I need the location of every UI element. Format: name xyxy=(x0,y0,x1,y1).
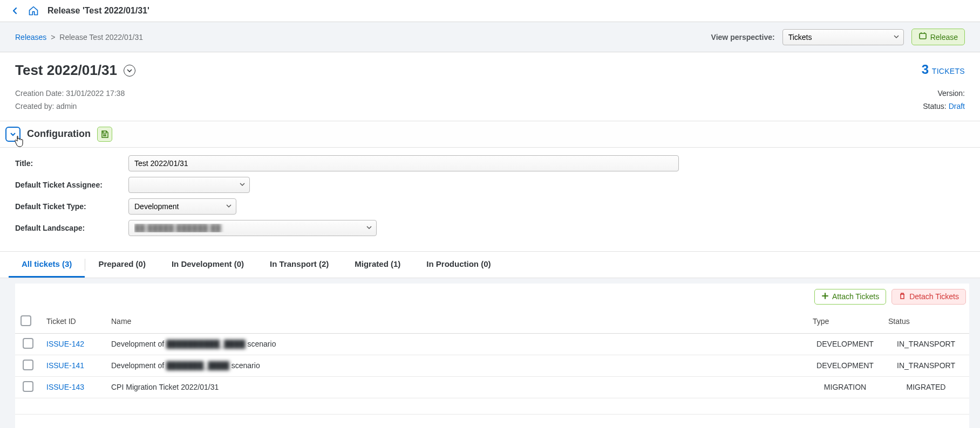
assignee-field-label: Default Ticket Assignee: xyxy=(15,181,128,189)
top-bar: Release 'Test 2022/01/31' xyxy=(0,0,980,22)
version-label: Version: xyxy=(923,87,965,100)
tab-migrated[interactable]: Migrated (1) xyxy=(342,252,413,278)
created-by-label: Created by: xyxy=(15,102,54,111)
ticket-type-cell: DEVELOPMENT xyxy=(807,333,883,355)
save-icon xyxy=(100,130,109,139)
created-by-value: admin xyxy=(56,102,77,111)
configuration-form: Title: Default Ticket Assignee: Default … xyxy=(0,148,980,252)
tab-in-transport[interactable]: In Transport (2) xyxy=(257,252,342,278)
ticket-name-cell: Development of ██████████_████ scenario xyxy=(106,333,807,355)
ticket-id-link[interactable]: ISSUE-143 xyxy=(46,383,84,391)
breadcrumb-sep: > xyxy=(49,33,57,42)
attach-tickets-button[interactable]: Attach Tickets xyxy=(814,289,886,305)
release-button[interactable]: Release xyxy=(911,29,965,45)
table-area: Attach Tickets Detach Tickets Ticket ID … xyxy=(0,278,980,428)
breadcrumb: Releases > Release Test 2022/01/31 xyxy=(15,33,143,42)
top-right-actions: View perspective: Tickets Release xyxy=(711,29,965,45)
col-header-ticket-id[interactable]: Ticket ID xyxy=(41,310,106,334)
configuration-bar: Configuration xyxy=(0,121,980,148)
status-label: Status: xyxy=(923,102,947,111)
row-checkbox[interactable] xyxy=(23,338,33,349)
col-header-status[interactable]: Status xyxy=(883,310,969,334)
home-icon[interactable] xyxy=(28,5,39,16)
ticket-type-cell: MIGRATION xyxy=(807,376,883,398)
tab-in-production[interactable]: In Production (0) xyxy=(413,252,503,278)
landscape-select[interactable]: ██ █████ ██████ ██ xyxy=(128,220,377,236)
title-actions-dropdown[interactable] xyxy=(124,65,135,77)
svg-rect-0 xyxy=(920,33,926,39)
col-header-type[interactable]: Type xyxy=(807,310,883,334)
perspective-select-wrap: Tickets xyxy=(782,29,904,45)
tab-prepared[interactable]: Prepared (0) xyxy=(85,252,159,278)
header-section: Test 2022/01/31 3 TICKETS Creation Date:… xyxy=(0,52,980,121)
plus-icon xyxy=(821,292,829,301)
type-field-label: Default Ticket Type: xyxy=(15,202,128,211)
col-header-name[interactable]: Name xyxy=(106,310,807,334)
ticket-name-cell: Development of ███████_████ scenario xyxy=(106,355,807,376)
page-title: Test 2022/01/31 xyxy=(15,62,117,79)
tab-in-development[interactable]: In Development (0) xyxy=(159,252,257,278)
title-field-label: Title: xyxy=(15,159,128,168)
ticket-id-link[interactable]: ISSUE-141 xyxy=(46,361,84,370)
table-row: ISSUE-143CPI Migration Ticket 2022/01/31… xyxy=(15,376,969,398)
window-title: Release 'Test 2022/01/31' xyxy=(47,6,149,16)
detach-tickets-button[interactable]: Detach Tickets xyxy=(891,289,966,305)
ticket-id-link[interactable]: ISSUE-142 xyxy=(46,340,84,348)
tab-all-tickets[interactable]: All tickets (3) xyxy=(9,252,85,278)
ticket-status-cell: IN_TRANSPORT xyxy=(883,355,969,376)
row-checkbox[interactable] xyxy=(23,381,33,392)
perspective-select[interactable]: Tickets xyxy=(782,29,904,45)
creation-date-value: 31/01/2022 17:38 xyxy=(66,89,125,98)
table-row: ISSUE-141Development of ███████_████ sce… xyxy=(15,355,969,376)
save-configuration-button[interactable] xyxy=(97,127,112,142)
table-row: ISSUE-142Development of ██████████_████ … xyxy=(15,333,969,355)
ticket-status-cell: IN_TRANSPORT xyxy=(883,333,969,355)
back-icon[interactable] xyxy=(11,6,19,15)
detach-tickets-label: Detach Tickets xyxy=(909,292,959,301)
status-value[interactable]: Draft xyxy=(949,102,965,111)
tickets-table: Ticket ID Name Type Status ISSUE-142Deve… xyxy=(15,310,969,428)
row-checkbox[interactable] xyxy=(23,360,33,370)
breadcrumb-bar: Releases > Release Test 2022/01/31 View … xyxy=(0,22,980,52)
table-row xyxy=(15,398,969,414)
assignee-select[interactable] xyxy=(128,177,250,193)
table-toolbar: Attach Tickets Detach Tickets xyxy=(15,284,969,310)
tickets-count-label: TICKETS xyxy=(932,67,965,75)
creation-date-label: Creation Date: xyxy=(15,89,64,98)
table-row xyxy=(15,414,969,428)
ticket-status-cell: MIGRATED xyxy=(883,376,969,398)
release-icon xyxy=(918,32,927,42)
ticket-name-cell: CPI Migration Ticket 2022/01/31 xyxy=(106,376,807,398)
tickets-count[interactable]: 3 TICKETS xyxy=(922,62,965,77)
type-select[interactable]: Development xyxy=(128,198,236,215)
release-button-label: Release xyxy=(930,33,958,42)
collapse-configuration-button[interactable] xyxy=(5,127,21,142)
breadcrumb-current: Release Test 2022/01/31 xyxy=(59,33,143,42)
select-all-checkbox[interactable] xyxy=(21,315,31,326)
col-header-checkbox xyxy=(15,310,41,334)
trash-icon xyxy=(899,292,906,301)
title-field[interactable] xyxy=(128,155,679,171)
perspective-label: View perspective: xyxy=(711,33,775,42)
tickets-count-number: 3 xyxy=(922,62,929,77)
breadcrumb-root[interactable]: Releases xyxy=(15,33,46,42)
landscape-field-label: Default Landscape: xyxy=(15,224,128,232)
attach-tickets-label: Attach Tickets xyxy=(832,292,879,301)
ticket-type-cell: DEVELOPMENT xyxy=(807,355,883,376)
configuration-title: Configuration xyxy=(27,128,91,140)
tabs: All tickets (3) Prepared (0) In Developm… xyxy=(0,252,980,278)
